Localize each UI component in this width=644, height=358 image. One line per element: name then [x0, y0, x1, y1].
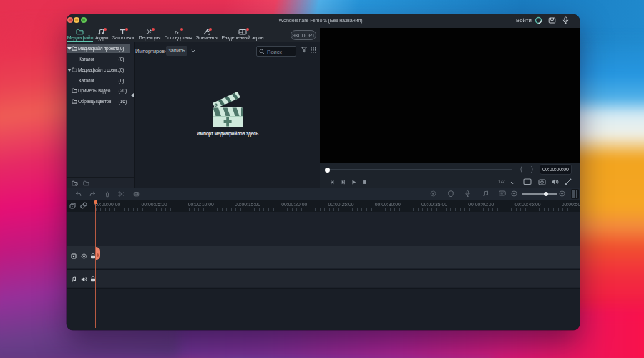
svg-text:fx: fx [175, 29, 180, 36]
